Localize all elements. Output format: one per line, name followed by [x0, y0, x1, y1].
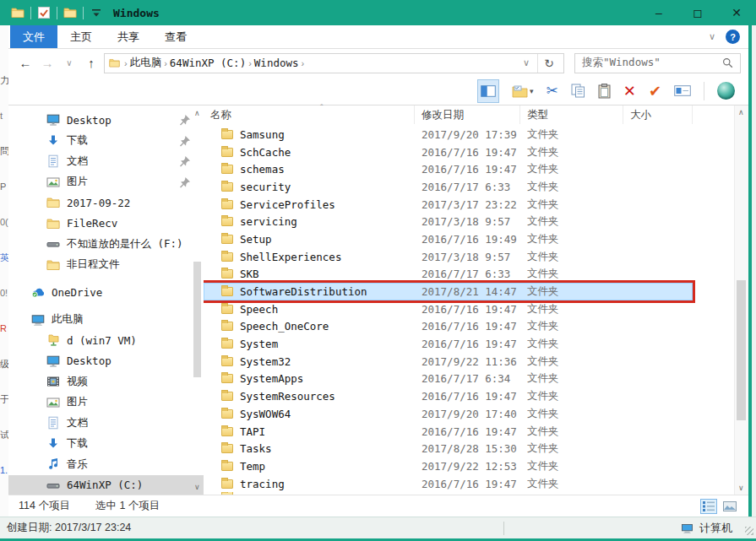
rename-button[interactable]: [674, 80, 691, 102]
file-type: 文件夹: [520, 267, 623, 281]
ribbon-collapse-icon[interactable]: ∨: [709, 31, 715, 42]
sidebar-scroll-up-icon[interactable]: ∧: [194, 109, 200, 117]
thumbnail-view-button[interactable]: [721, 499, 738, 514]
sidebar-item-2017-09-22[interactable]: 2017-09-22: [8, 192, 204, 214]
file-row-Speech_OneCore[interactable]: Speech_OneCore2016/7/16 19:47文件夹: [204, 318, 693, 336]
resize-grip[interactable]: [745, 527, 753, 535]
ribbon-tab-共享[interactable]: 共享: [105, 25, 152, 48]
file-date: 2016/7/16 19:47: [415, 338, 520, 350]
list-scrollbar[interactable]: ∧ ∨: [734, 105, 748, 495]
file-row-SKB[interactable]: SKB2016/7/17 6:33文件夹: [204, 266, 693, 284]
breadcrumb-item[interactable]: 64WinXP (C:): [170, 57, 246, 69]
shell-extension-button[interactable]: [717, 80, 735, 102]
address-dropdown-icon[interactable]: ∨: [519, 57, 534, 68]
file-row-tracing[interactable]: tracing2016/7/16 19:47文件夹: [204, 475, 693, 493]
details-view-button[interactable]: [700, 499, 717, 514]
qat-folder-button[interactable]: [63, 2, 77, 24]
sidebar-item-下载[interactable]: 下载: [8, 434, 204, 455]
sidebar-item-图片[interactable]: 图片: [8, 392, 204, 414]
file-row-System[interactable]: System2016/7/16 19:47文件夹: [204, 335, 693, 353]
file-row-SoftwareDistribution[interactable]: SoftwareDistribution2017/8/21 14:47文件夹: [204, 283, 693, 300]
breadcrumb-item[interactable]: 此电脑: [130, 56, 162, 70]
list-scroll-up-icon[interactable]: ∧: [738, 108, 744, 116]
created-date-text: 创建日期: 2017/3/17 23:24: [7, 521, 131, 535]
sidebar-item-label: 下载: [67, 133, 88, 148]
help-icon[interactable]: ?: [726, 30, 740, 44]
column-headers: ˆ 名称 修改日期 类型 大小: [204, 105, 748, 124]
file-row-Samsung[interactable]: Samsung2017/9/20 17:39文件夹: [204, 126, 693, 143]
qat-qat-dropdown-button[interactable]: [90, 2, 103, 24]
search-icon: [722, 57, 733, 68]
sidebar-item-不知道放的是什么-F-[interactable]: 不知道放的是什么 (F:): [8, 234, 204, 255]
qat-task-check-button[interactable]: [37, 2, 51, 24]
sidebar-item-音乐[interactable]: 音乐: [8, 454, 204, 475]
file-row-SchCache[interactable]: SchCache2016/7/16 19:47文件夹: [204, 143, 693, 161]
column-header-name[interactable]: 名称: [204, 105, 415, 124]
computer-icon: [31, 313, 45, 327]
paste-icon: [598, 84, 611, 99]
cut-button[interactable]: ✂: [547, 80, 558, 102]
close-button[interactable]: ✕: [717, 0, 756, 25]
sidebar-item-文档[interactable]: 文档: [8, 413, 204, 434]
maximize-button[interactable]: ◻: [678, 0, 717, 25]
sidebar-item-OneDrive[interactable]: OneDrive: [8, 282, 204, 303]
copy-button[interactable]: [571, 80, 585, 102]
navigation-pane-toggle-button[interactable]: [477, 79, 499, 103]
sidebar-item-64WinXP-C-[interactable]: 64WinXP (C:): [8, 475, 204, 495]
file-row-Setup[interactable]: Setup2016/7/16 19:49文件夹: [204, 230, 693, 248]
paste-button[interactable]: [598, 80, 611, 102]
breadcrumb-item[interactable]: Windows: [254, 57, 299, 69]
up-button[interactable]: ↑: [82, 56, 101, 70]
search-input[interactable]: 搜索"Windows": [574, 53, 741, 73]
file-row-Temp[interactable]: Temp2017/9/22 12:53文件夹: [204, 457, 693, 475]
file-row-SysWOW64[interactable]: SysWOW642017/9/20 17:40文件夹: [204, 405, 693, 423]
file-row-ServiceProfiles[interactable]: ServiceProfiles2017/3/17 23:22文件夹: [204, 196, 693, 214]
qat-folder-button[interactable]: [11, 2, 24, 24]
window-title: Windows: [113, 7, 160, 19]
sidebar-item-此电脑[interactable]: 此电脑: [8, 310, 204, 331]
sidebar-item-图片[interactable]: 图片: [8, 172, 204, 193]
ribbon-tab-查看[interactable]: 查看: [152, 25, 199, 48]
sidebar-item-Desktop[interactable]: Desktop: [8, 351, 204, 372]
back-button[interactable]: ←: [16, 56, 35, 70]
file-row-schemas[interactable]: schemas2016/7/16 19:47文件夹: [204, 160, 693, 178]
forward-button[interactable]: →: [38, 56, 57, 70]
ribbon-tab-文件[interactable]: 文件: [10, 25, 57, 48]
sidebar-scrollbar[interactable]: ∧ ∨: [192, 107, 203, 493]
list-scroll-down-icon[interactable]: ∨: [738, 484, 744, 492]
column-header-size[interactable]: 大小: [623, 105, 693, 124]
ribbon-tab-主页[interactable]: 主页: [57, 25, 105, 48]
file-row-security[interactable]: security2016/7/17 6:33文件夹: [204, 178, 693, 196]
list-scroll-thumb[interactable]: [737, 280, 746, 420]
column-header-date[interactable]: 修改日期: [415, 105, 520, 124]
file-row-servicing[interactable]: servicing2017/3/18 9:57文件夹: [204, 213, 693, 230]
file-row-SystemApps[interactable]: SystemApps2016/7/17 6:34文件夹: [204, 371, 693, 388]
shell-icon: [717, 82, 735, 100]
file-row-SystemResources[interactable]: SystemResources2016/7/16 19:47文件夹: [204, 387, 693, 405]
sidebar-item-FileRecv[interactable]: FileRecv: [8, 214, 204, 235]
sidebar-item-d-win7-VM-[interactable]: d (win7 VM): [8, 330, 204, 351]
file-type: 文件夹: [520, 162, 623, 176]
address-bar[interactable]: ›此电脑›64WinXP (C:)›Windows› ∨ ↻: [104, 53, 564, 73]
sidebar-item-文档[interactable]: 文档: [8, 151, 204, 172]
refresh-icon[interactable]: ↻: [537, 54, 560, 73]
file-name: TAPI: [240, 425, 265, 438]
sidebar-scroll-thumb[interactable]: [193, 262, 201, 377]
new-folder-button[interactable]: ▾: [512, 80, 534, 102]
minimize-button[interactable]: –: [639, 0, 678, 25]
file-row-Tasks[interactable]: Tasks2017/8/28 15:30文件夹: [204, 440, 693, 457]
sidebar-item-视频[interactable]: 视频: [8, 371, 204, 392]
sidebar-item-下载[interactable]: 下载: [8, 131, 204, 152]
sidebar-item-Desktop[interactable]: Desktop: [8, 110, 204, 131]
sidebar-scroll-down-icon[interactable]: ∨: [194, 483, 200, 491]
file-row-System32[interactable]: System322017/9/22 11:36文件夹: [204, 353, 693, 371]
history-dropdown-icon[interactable]: ∨: [60, 58, 79, 68]
file-row-TAPI[interactable]: TAPI2016/7/16 19:47文件夹: [204, 423, 693, 441]
file-row-Speech[interactable]: Speech2016/7/16 19:47文件夹: [204, 300, 693, 318]
column-header-type[interactable]: 类型: [520, 105, 623, 124]
background-text-fragment: 于: [0, 395, 8, 404]
file-row-ShellExperiences[interactable]: ShellExperiences2017/3/18 9:57文件夹: [204, 248, 693, 266]
delete-button[interactable]: ✕: [623, 80, 636, 102]
sidebar-item-非日程文件[interactable]: 非日程文件: [8, 255, 204, 276]
confirm-button[interactable]: ✔: [649, 80, 661, 102]
